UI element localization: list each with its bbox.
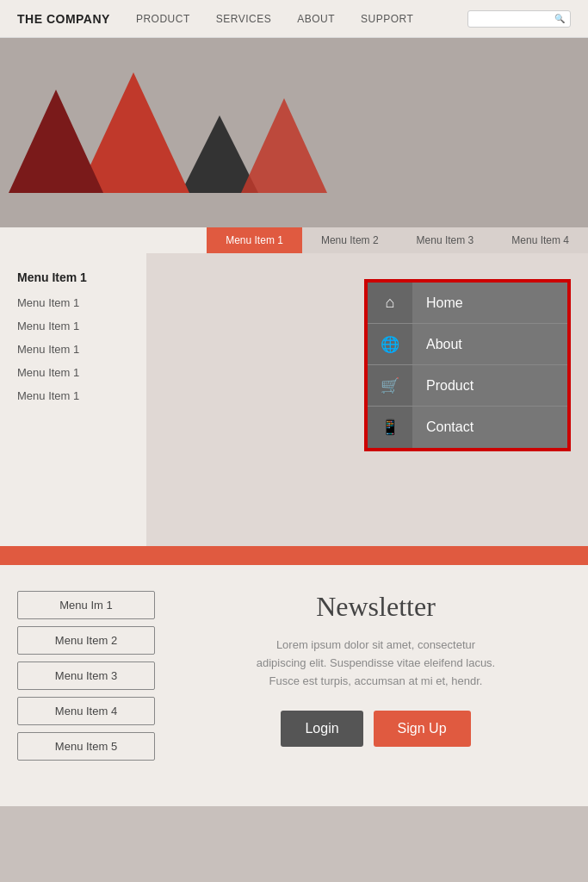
phone-icon: 📱	[381, 418, 399, 437]
cart-icon: 🛒	[381, 376, 399, 395]
secondary-nav-items: Menu Item 1 Menu Item 2 Menu Item 3 Menu…	[207, 227, 588, 253]
nav-about[interactable]: ABOUT	[297, 13, 335, 25]
main-content: Menu Item 1 Menu Item 1 Menu Item 1 Menu…	[0, 253, 588, 546]
sidebar-item-5[interactable]: Menu Item 1	[17, 389, 129, 402]
globe-icon-box: 🌐	[368, 324, 412, 364]
footer-menu-btn-2[interactable]: Menu Item 2	[17, 626, 155, 655]
brand-logo: THE COMPANY	[17, 12, 110, 26]
newsletter-buttons: Login Sign Up	[281, 711, 470, 747]
home-label[interactable]: Home	[412, 283, 567, 323]
mountain-4	[241, 98, 327, 193]
search-input[interactable]	[473, 13, 554, 25]
sidebar-item-2[interactable]: Menu Item 1	[17, 320, 129, 332]
sec-nav-item-3[interactable]: Menu Item 3	[398, 227, 493, 253]
red-divider	[0, 546, 588, 565]
top-nav: THE COMPANY PRODUCT SERVICES ABOUT SUPPO…	[0, 0, 588, 38]
globe-icon: 🌐	[381, 335, 399, 354]
footer-menu-btn-3[interactable]: Menu Item 3	[17, 662, 155, 690]
cart-icon-box: 🛒	[368, 365, 412, 406]
home-icon: ⌂	[386, 294, 395, 312]
home-icon-box: ⌂	[368, 283, 412, 323]
hero-section	[0, 38, 588, 227]
sec-nav-item-1[interactable]: Menu Item 1	[207, 227, 302, 253]
secondary-nav: Menu Item 1 Menu Item 2 Menu Item 3 Menu…	[0, 227, 588, 253]
sidebar-title: Menu Item 1	[17, 270, 129, 284]
menu-row-contact[interactable]: 📱 Contact	[368, 407, 567, 448]
floating-menu: ⌂ Home 🌐 About 🛒 Product 📱	[364, 279, 571, 451]
signup-button[interactable]: Sign Up	[374, 711, 471, 747]
sec-nav-item-4[interactable]: Menu Item 4	[492, 227, 588, 253]
newsletter-body: Lorem ipsum dolor sit amet, consectetur …	[256, 637, 497, 690]
menu-row-about[interactable]: 🌐 About	[368, 324, 567, 365]
search-icon: 🔍	[554, 14, 565, 23]
menu-row-product[interactable]: 🛒 Product	[368, 365, 567, 407]
search-box[interactable]: 🔍	[467, 10, 571, 28]
nav-product[interactable]: PRODUCT	[136, 13, 190, 25]
nav-support[interactable]: SUPPORT	[361, 13, 413, 25]
nav-items: PRODUCT SERVICES ABOUT SUPPORT	[136, 13, 442, 25]
footer-menu: Menu Im 1 Menu Item 2 Menu Item 3 Menu I…	[17, 591, 155, 772]
footer-section: Menu Im 1 Menu Item 2 Menu Item 3 Menu I…	[0, 565, 588, 806]
sidebar: Menu Item 1 Menu Item 1 Menu Item 1 Menu…	[0, 253, 146, 546]
mountain-1	[9, 90, 103, 193]
footer-menu-btn-4[interactable]: Menu Item 4	[17, 697, 155, 725]
newsletter-title: Newsletter	[316, 591, 436, 623]
about-label[interactable]: About	[412, 324, 567, 364]
menu-row-home[interactable]: ⌂ Home	[368, 283, 567, 324]
sec-nav-item-2[interactable]: Menu Item 2	[302, 227, 398, 253]
hero-illustration	[9, 72, 327, 193]
newsletter-section: Newsletter Lorem ipsum dolor sit amet, c…	[181, 591, 571, 772]
nav-services[interactable]: SERVICES	[216, 13, 271, 25]
content-area: ⌂ Home 🌐 About 🛒 Product 📱	[146, 253, 588, 546]
sidebar-item-3[interactable]: Menu Item 1	[17, 343, 129, 356]
sidebar-item-4[interactable]: Menu Item 1	[17, 366, 129, 379]
footer-menu-btn-1[interactable]: Menu Im 1	[17, 591, 155, 619]
contact-label[interactable]: Contact	[412, 407, 567, 448]
sidebar-item-1[interactable]: Menu Item 1	[17, 296, 129, 309]
login-button[interactable]: Login	[281, 711, 362, 747]
phone-icon-box: 📱	[368, 407, 412, 448]
product-label[interactable]: Product	[412, 365, 567, 406]
footer-menu-btn-5[interactable]: Menu Item 5	[17, 732, 155, 761]
